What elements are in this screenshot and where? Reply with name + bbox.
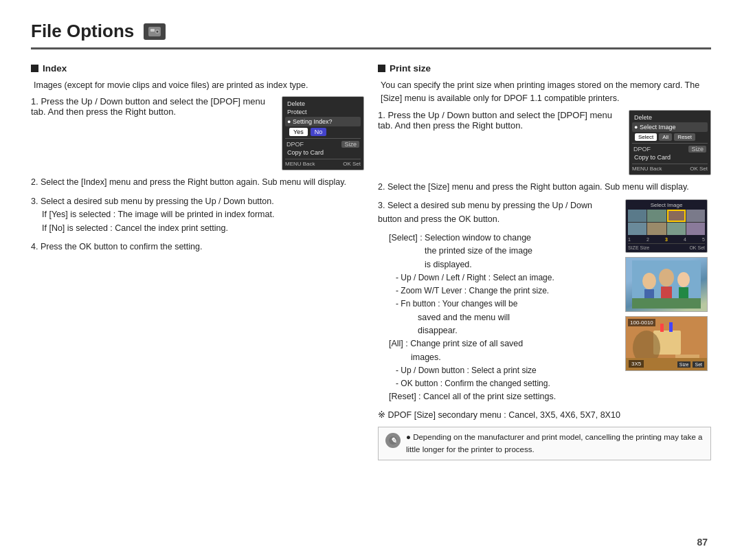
step-3-sub-yes: If [Yes] is selected : The image will be… [42,208,364,221]
index-body: Images (except for movie clips and voice… [31,79,364,92]
num-2: 2 [647,237,649,242]
r-sub-updown2: - Up / Down button : Select a print size [389,364,618,377]
step-4-label: 4. Press the OK button to confirm the se… [31,242,202,251]
page-title: File Options [31,21,134,42]
index-section-header: Index [31,63,364,74]
r-sub-reset: [Reset] : Cancel all of the print size s… [389,390,618,403]
photo-party-bg: 100-0010 3X5 Size Set [626,317,707,370]
thumb-7 [667,223,686,235]
r-step-1-row: 1. Press the Up / Down button and select… [378,110,711,175]
r-back: MENU Back [632,166,662,172]
cam-item-protect: Protect [285,108,361,116]
r-cam-delete: Delete [632,113,708,122]
step-2-label: 2. Select the [Index] menu and press the… [31,177,346,187]
left-column: Index Images (except for movie clips and… [31,63,364,460]
cam-grid-screen: Select Image 1 [625,199,708,253]
svg-rect-14 [660,324,664,332]
note-content: Depending on the manufacturer and print … [406,433,702,453]
step-1-label: 1. Press the Up / Down button and select… [31,96,265,117]
r-step-3-text-area: 3. Select a desired sub menu by pressing… [378,199,618,404]
r-cam-footer: MENU Back OK Set [632,164,708,172]
dpof-note: ※ DPOF [Size] secondary menu : Cancel, 3… [378,410,711,420]
photo-party: 100-0010 3X5 Size Set [625,316,708,371]
cam-back-btn: MENU Back [285,161,315,167]
num-1: 1 [628,237,631,242]
r-sub-select: [Select] : Selection window to change [389,232,618,245]
svg-point-9 [677,272,690,287]
note-text: ● Depending on the manufacturer and prin… [406,432,704,456]
svg-point-5 [642,273,656,289]
cam-footer-left: MENU Back OK Set [285,159,361,167]
note-icon: ✎ [385,433,401,448]
num-3: 3 [665,237,668,242]
num-4: 4 [684,237,686,242]
page: File Options Index Images (except for mo… [0,0,742,560]
r-step-3-label: 3. Select a desired sub menu by pressing… [378,201,592,223]
r-step-2: 2. Select the [Size] menu and press the … [378,181,711,194]
r-step-3-area: 3. Select a desired sub menu by pressing… [378,199,711,404]
r-sub-fn2: saved and the menu will [389,311,618,324]
print-size-body: You can specify the print size when prin… [378,79,711,106]
step-1-row: 1. Press the Up / Down button and select… [31,96,364,170]
print-size-section-header: Print size [378,63,711,74]
photo-footer-btns: Size Set [677,361,704,368]
photo-size-btn: Size [677,361,691,368]
cam-size-label: Size [341,141,359,148]
note-bullet: ● [406,433,413,441]
r-cam-options: Select All Reset [632,133,708,142]
r-sub-all: [All] : Change print size of all saved [389,337,618,350]
svg-point-7 [659,269,674,287]
thumb-2 [647,210,666,222]
r-sub-select-3: is displayed. [389,258,618,271]
file-options-icon [144,23,166,40]
r-cam-select: Select [635,133,657,141]
r-sub-fn: - Fn button : Your changes will be [389,298,618,311]
camera-screen-right1: Delete ● Select Image Select All Reset D… [629,110,711,175]
step-3-sub: If [Yes] is selected : The image will be… [31,208,364,235]
people-svg [632,260,701,309]
index-title: Index [43,63,67,74]
step-3-label: 3. Select a desired sub menu by pressing… [31,197,274,206]
cam-thumb-grid [628,210,705,235]
step-3-sub-no: If [No] is selected : Cancel the index p… [42,222,364,235]
print-size-title: Print size [390,63,431,74]
r-cam-dpof: DPOF [633,146,651,153]
grid-set-label: OK Set [689,245,705,250]
r-cam-all: All [659,133,672,141]
svg-point-3 [157,30,159,32]
cam-dpof-size-row: DPOF Size [285,140,361,148]
svg-rect-15 [669,322,673,332]
r-sub-updown: - Up / Down / Left / Right : Select an i… [389,271,618,284]
svg-rect-1 [150,29,155,32]
cam-yes: Yes [289,128,308,136]
thumb-4 [686,210,705,222]
cam-dpof-label: DPOF [286,141,304,148]
photo-label-id: 100-0010 [628,319,655,326]
thumb-1 [628,210,647,222]
cam-no: No [311,128,327,136]
r-step-3-sub: [Select] : Selection window to change th… [378,232,618,404]
r-cam-select-image: ● Select Image [632,122,708,132]
photo-people-bg [626,258,707,311]
pencil-icon: ✎ [387,435,398,446]
r-step-1-label: 1. Press the Up / Down button and select… [378,110,612,131]
note-box: ✎ ● Depending on the manufacturer and pr… [378,427,711,461]
thumb-6 [647,223,666,235]
step-3: 3. Select a desired sub menu by pressing… [31,195,364,235]
camera-screen-index: Delete Protect ● Setting Index? Yes No D… [282,96,364,170]
r-step-1-text: 1. Press the Up / Down button and select… [378,110,622,131]
cam-divider1 [285,138,361,139]
step-2: 2. Select the [Index] menu and press the… [31,176,364,189]
r-cam-copy: Copy to Card [632,153,708,161]
step-1-text: 1. Press the Up / Down button and select… [31,96,275,117]
r-cam-reset: Reset [674,133,695,141]
r-step-2-label: 2. Select the [Size] menu and press the … [378,182,689,192]
bullet-square [31,65,38,72]
page-number: 87 [697,537,708,548]
content-area: Index Images (except for movie clips and… [31,63,711,460]
r-sub-fn3: disappear. [389,324,618,337]
cam-set-btn: OK Set [343,161,361,167]
thumb-5 [628,223,647,235]
title-bar: File Options [31,21,711,49]
r-sub-ok: - OK button : Confirm the changed settin… [389,377,618,390]
